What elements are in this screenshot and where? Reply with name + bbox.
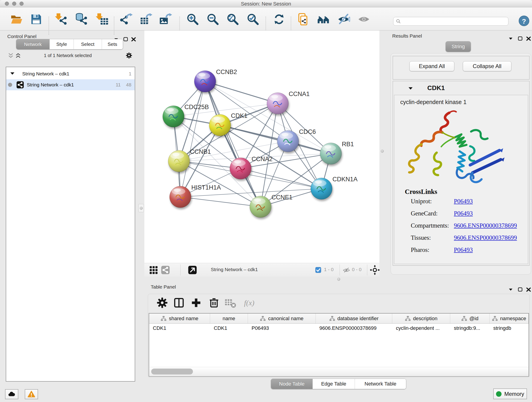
table-toolbar-table-delete-gray-button[interactable] <box>225 297 236 309</box>
network-tree-child-row[interactable]: String Network – cdk1 11 48 <box>6 79 135 90</box>
table-row[interactable]: CDK1CDK1P064939606.ENSP00000378699cyclin… <box>149 324 529 333</box>
toolbar-button-import-table-file[interactable] <box>96 13 109 26</box>
collapse-all-button[interactable]: Collapse All <box>463 61 511 71</box>
search-input[interactable] <box>393 17 508 26</box>
table-cell[interactable]: cyclin-dependent ... <box>392 324 450 333</box>
birdseye-view-icon[interactable] <box>188 265 197 274</box>
column-header-name[interactable]: name <box>210 313 248 323</box>
table-panel-close-icon[interactable] <box>525 286 532 293</box>
collection-count: 1 <box>129 71 132 77</box>
table-panel-menu-caret-icon[interactable] <box>507 286 514 293</box>
network-edge-HIST1H1A-CCNE1[interactable] <box>180 197 260 207</box>
crosslink-link[interactable]: 9606.ENSP00000378699 <box>454 222 517 229</box>
toolbar-button-save-session[interactable] <box>30 13 43 26</box>
cloud-status-button[interactable] <box>5 389 18 399</box>
network-options-gear-icon[interactable] <box>126 52 133 59</box>
toolbar-button-show-all[interactable] <box>357 13 370 26</box>
fit-selection-crosshair-icon[interactable] <box>370 265 380 275</box>
crosslink-link[interactable]: 9606.ENSP00000378699 <box>454 234 517 241</box>
table-cell[interactable]: stringdb <box>490 324 529 333</box>
share-view-icon[interactable] <box>161 265 170 274</box>
crosslink-link[interactable]: P06493 <box>454 198 473 205</box>
results-panel-close-icon[interactable] <box>525 35 532 42</box>
warning-status-button[interactable] <box>25 389 38 399</box>
right-splitter-handle[interactable] <box>381 150 384 153</box>
toolbar-button-zoom-in[interactable] <box>186 13 199 26</box>
network-edge-CCNB2-CCNA1[interactable] <box>205 81 278 103</box>
toolbar-button-copy-style[interactable] <box>297 13 310 26</box>
table-toolbar-trash-button[interactable] <box>208 297 220 309</box>
network-canvas[interactable]: CCNB2 CCNA1 CDC25B CDK1 <box>144 31 380 263</box>
table-cell[interactable]: CDK1 <box>149 324 210 333</box>
table-cell[interactable]: P06493 <box>248 324 316 333</box>
toolbar-button-open-file[interactable] <box>10 13 23 26</box>
table-cell[interactable]: stringdb:9... <box>450 324 490 333</box>
toolbar-button-hide-selected[interactable] <box>337 13 350 26</box>
column-header-shared-name[interactable]: shared name <box>149 313 210 323</box>
toolbar-button-export-network[interactable] <box>120 13 133 26</box>
table-toolbar-gear-black-button[interactable] <box>156 297 168 309</box>
tab-network-table[interactable]: Network Table <box>355 379 406 389</box>
network-node-CDKN1A[interactable]: CDKN1A <box>311 176 358 199</box>
crosslink-link[interactable]: P06493 <box>454 210 473 217</box>
grid-view-icon[interactable] <box>149 265 158 274</box>
control-panel-tabs: NetworkStyleSelectSets <box>16 39 123 50</box>
toolbar-button-export-table[interactable] <box>139 13 152 26</box>
column-header--id[interactable]: @id <box>450 313 490 323</box>
network-node-CCNA2[interactable]: CCNA2 <box>230 156 273 179</box>
table-toolbar-fx-button[interactable]: f(x) <box>243 297 255 309</box>
column-header-description[interactable]: description <box>392 313 450 323</box>
toolbar-button-zoom-fit[interactable] <box>226 13 239 26</box>
toolbar-button-zoom-out[interactable] <box>206 13 219 26</box>
help-button[interactable]: ? <box>519 16 529 26</box>
network-collection-label: String Network – cdk1 <box>22 71 69 77</box>
toolbar-button-export-image[interactable] <box>159 13 172 26</box>
current-network-title: String Network – cdk1 <box>211 267 258 272</box>
tab-style[interactable]: Style <box>50 39 74 49</box>
tab-string[interactable]: String <box>446 41 471 52</box>
crosslink-link[interactable]: P06493 <box>454 246 473 254</box>
network-edge-CCNB2-HIST1H1A[interactable] <box>180 81 205 197</box>
network-tree-root-row[interactable]: String Network – cdk1 1 <box>6 68 135 79</box>
search-field[interactable] <box>401 18 508 25</box>
network-node-CCNA1[interactable]: CCNA1 <box>267 90 310 114</box>
selected-checkbox-icon[interactable] <box>315 267 321 273</box>
toolbar-button-first-neighbors[interactable] <box>317 13 330 26</box>
tab-sets[interactable]: Sets <box>102 39 123 49</box>
control-panel-float-icon[interactable] <box>122 36 129 43</box>
column-header-namespace[interactable]: namespace <box>490 313 529 323</box>
scrollbar-thumb[interactable] <box>151 369 193 375</box>
network-label: String Network – cdk1 <box>27 82 74 88</box>
tab-network[interactable]: Network <box>16 39 50 49</box>
tree-expand-caret-icon[interactable] <box>9 70 16 77</box>
left-splitter-handle[interactable] <box>138 204 144 212</box>
network-column-icon <box>260 316 266 322</box>
table-toolbar-columns-button[interactable] <box>173 297 185 309</box>
network-node-RB1[interactable]: RB1 <box>320 141 354 164</box>
memory-button[interactable]: Memory <box>493 389 527 399</box>
column-header-database-identifier[interactable]: database identifier <box>316 313 392 323</box>
toolbar-button-import-network-file[interactable] <box>55 13 68 26</box>
column-header-canonical-name[interactable]: canonical name <box>248 313 316 323</box>
toolbar-button-import-network-database[interactable] <box>75 13 88 26</box>
table-cell[interactable]: 9606.ENSP00000378699 <box>316 324 392 333</box>
toolbar-button-zoom-selected[interactable] <box>247 13 259 26</box>
results-panel-float-icon[interactable] <box>517 35 524 42</box>
results-panel-menu-caret-icon[interactable] <box>507 35 514 42</box>
tab-node-table[interactable]: Node Table <box>271 379 313 389</box>
cdk1-section-header[interactable]: CDK1 <box>393 81 529 95</box>
table-toolbar-plus-button[interactable] <box>190 297 202 309</box>
horizontal-splitter-handle[interactable] <box>337 278 340 281</box>
network-node-CDC25B[interactable]: CDC25B <box>163 104 209 127</box>
section-collapse-caret-icon[interactable] <box>407 85 414 92</box>
network-node-CCNB2[interactable]: CCNB2 <box>194 69 237 92</box>
network-node-CCNE1[interactable]: CCNE1 <box>250 194 293 217</box>
tab-edge-table[interactable]: Edge Table <box>313 379 355 389</box>
table-panel-float-icon[interactable] <box>517 286 524 293</box>
control-panel-close-icon[interactable] <box>130 36 137 43</box>
toolbar-button-refresh-view[interactable] <box>273 13 285 26</box>
tab-select[interactable]: Select <box>74 39 102 49</box>
expand-all-button[interactable]: Expand All <box>409 61 454 71</box>
table-cell[interactable]: CDK1 <box>210 324 248 333</box>
table-horizontal-scrollbar[interactable] <box>150 367 529 376</box>
